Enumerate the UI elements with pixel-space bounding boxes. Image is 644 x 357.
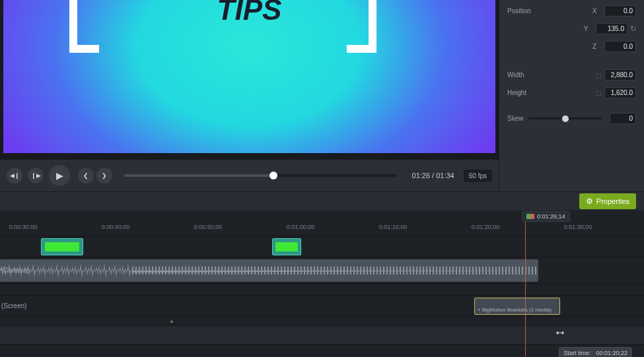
- clip-info-tooltip: Start time:00:01:20;22 Duration:00:00:10…: [559, 347, 632, 357]
- properties-toolbar: ⚙ Properties: [0, 191, 644, 211]
- playhead-time-bubble[interactable]: 0:01:26;14: [522, 211, 570, 222]
- height-input[interactable]: [604, 87, 636, 98]
- motion-clip-label: + BigMotion Brackets (1 media): [478, 307, 552, 313]
- playhead-marker-icon: [526, 214, 534, 219]
- skew-label: Skew: [507, 115, 523, 122]
- link-icon[interactable]: ⬚: [596, 72, 602, 79]
- clip-green-1[interactable]: [41, 238, 83, 255]
- skew-input[interactable]: [610, 113, 636, 124]
- bracket-graphic-right: [347, 0, 376, 53]
- ruler-tick: 0:01:00;00: [287, 224, 315, 230]
- track-annotation[interactable]: [0, 236, 644, 257]
- z-label: Z: [590, 43, 599, 50]
- properties-panel: Position X Y ↻ Z Width ⬚: [499, 0, 644, 191]
- playback-timecode: 01:26 / 01:34: [412, 172, 454, 179]
- tooltip-start-value: 00:01:20;22: [596, 350, 627, 356]
- track-label-screen: (Screen): [0, 296, 26, 316]
- reset-icon[interactable]: ↻: [630, 24, 636, 33]
- ruler-tick: 0:00:30;00: [9, 224, 38, 230]
- tracks-container: (Camera) (Screen) + BigMotion Brackets (…: [0, 236, 644, 344]
- motion-clip[interactable]: + BigMotion Brackets (1 media): [474, 298, 560, 315]
- play-button[interactable]: ▶: [49, 165, 70, 186]
- canvas-title-text: TIPS: [217, 0, 282, 26]
- seek-slider[interactable]: [124, 174, 396, 177]
- link-icon-2[interactable]: ⬚: [596, 90, 602, 96]
- fps-badge[interactable]: 60 fps: [464, 170, 492, 182]
- next-frame-button[interactable]: ❙▶: [28, 168, 44, 183]
- track-empty[interactable]: [0, 326, 644, 344]
- ruler-tick: 0:00:40;00: [102, 224, 130, 230]
- x-label: X: [590, 7, 599, 15]
- bracket-graphic-left: [69, 0, 99, 53]
- position-y-input[interactable]: [596, 23, 627, 34]
- camera-clip[interactable]: [0, 259, 538, 282]
- track-marker-icon[interactable]: ▲: [169, 318, 174, 324]
- skew-thumb[interactable]: [562, 115, 569, 122]
- ruler-tick: 0:01:30;00: [564, 224, 592, 230]
- scrub-row[interactable]: 0:01:26;14: [0, 211, 644, 216]
- preview-panel: TIPS ◀❙ ❙▶ ▶ ❮ ❯ 01:26 / 01:34 60 fps: [0, 0, 499, 191]
- track-label-camera: (Camera): [0, 257, 29, 283]
- playhead-line[interactable]: [525, 211, 526, 356]
- position-x-input[interactable]: [604, 5, 636, 16]
- gear-icon: ⚙: [586, 197, 593, 206]
- prev-marker-button[interactable]: ❮: [78, 168, 94, 183]
- position-label: Position: [507, 7, 531, 15]
- width-input[interactable]: [604, 69, 636, 81]
- y-label: Y: [581, 25, 590, 32]
- ruler-tick: 0:01:10;00: [379, 224, 408, 230]
- next-marker-button[interactable]: ❯: [96, 168, 112, 183]
- ruler-tick: 0:00:50;00: [194, 224, 223, 230]
- tooltip-start-label: Start time:: [563, 350, 590, 356]
- track-marker-row[interactable]: ▲: [0, 317, 644, 326]
- track-spacer-1: [0, 284, 644, 296]
- preview-canvas[interactable]: TIPS: [3, 0, 495, 153]
- track-camera[interactable]: (Camera): [0, 257, 644, 284]
- playback-bar: ◀❙ ❙▶ ▶ ❮ ❯ 01:26 / 01:34 60 fps: [0, 160, 499, 191]
- timeline: 0:01:26;14 0:00:30;000:00:40;000:00:50;0…: [0, 211, 644, 344]
- position-z-input[interactable]: [604, 41, 636, 52]
- clip-green-2[interactable]: [272, 238, 301, 255]
- properties-button-label: Properties: [596, 197, 629, 205]
- skew-slider[interactable]: [528, 117, 602, 119]
- width-label: Width: [507, 71, 524, 79]
- prev-frame-button[interactable]: ◀❙: [7, 168, 22, 183]
- ruler-tick: 0:01:20;00: [472, 224, 500, 230]
- height-label: Height: [507, 89, 526, 96]
- track-screen[interactable]: (Screen) + BigMotion Brackets (1 media): [0, 296, 644, 317]
- seek-thumb[interactable]: [269, 172, 277, 179]
- properties-button[interactable]: ⚙ Properties: [579, 193, 636, 209]
